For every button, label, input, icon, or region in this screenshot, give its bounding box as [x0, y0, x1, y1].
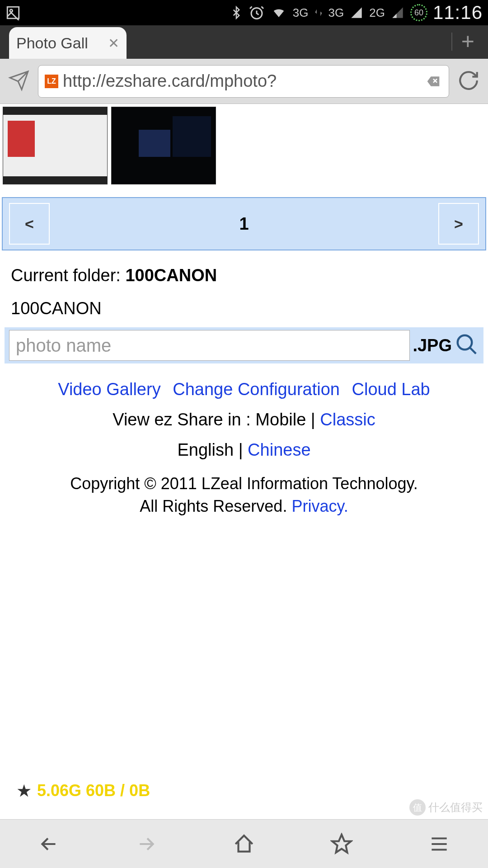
video-gallery-link[interactable]: Video Gallery: [58, 380, 160, 399]
pagination: < 1 >: [2, 197, 486, 250]
url-text: http://ezshare.card/mphoto?: [63, 71, 420, 91]
photo-thumbnail[interactable]: [111, 107, 216, 184]
browser-bottom-nav: [0, 819, 488, 868]
picture-icon: [5, 5, 21, 20]
privacy-link[interactable]: Privacy.: [291, 497, 348, 515]
prev-page-button[interactable]: <: [9, 203, 50, 245]
url-bar: LZ http://ezshare.card/mphoto?: [0, 59, 488, 104]
thumbnail-row: [0, 104, 488, 187]
status-bar: 3G 3G 2G 60 11:16: [0, 0, 488, 25]
back-button[interactable]: [35, 830, 62, 858]
file-extension-label: .JPG: [413, 336, 452, 355]
network-1-label: 3G: [293, 6, 309, 20]
photo-name-input[interactable]: photo name: [9, 330, 410, 361]
reload-icon[interactable]: [457, 69, 480, 94]
lang-english: English: [177, 440, 234, 459]
url-input[interactable]: LZ http://ezshare.card/mphoto?: [38, 65, 449, 98]
data-usage-text: 5.06G 60B / 0B: [37, 781, 150, 800]
data-usage-stat: ★ 5.06G 60B / 0B: [17, 781, 150, 800]
watermark-text: 什么值得买: [428, 800, 483, 815]
folder-label: Current folder:: [11, 266, 125, 285]
favicon-icon: LZ: [45, 75, 58, 88]
search-row: photo name .JPG: [5, 327, 483, 363]
folder-name: 100CANON: [125, 266, 217, 285]
lang-chinese-link[interactable]: Chinese: [248, 440, 310, 459]
tab-photo-gallery[interactable]: Photo Gall ✕: [9, 27, 127, 59]
battery-indicator: 60: [410, 4, 427, 21]
new-tab-button[interactable]: +: [461, 28, 474, 54]
current-folder-line: Current folder: 100CANON: [0, 260, 488, 291]
network-2-label: 3G: [328, 6, 344, 20]
signal-1-icon: [349, 6, 364, 19]
photo-thumbnail[interactable]: [3, 107, 108, 184]
signal-2-icon: [390, 6, 405, 19]
clock: 11:16: [433, 2, 483, 24]
cloud-lab-link[interactable]: Cloud Lab: [352, 380, 430, 399]
copyright: Copyright © 2011 LZeal Information Techn…: [0, 464, 488, 526]
folder-link[interactable]: 100CANON: [0, 291, 488, 327]
send-icon[interactable]: [8, 70, 30, 93]
watermark-icon: 值: [409, 799, 426, 816]
star-icon: ★: [17, 782, 31, 800]
bookmark-button[interactable]: [328, 830, 355, 858]
tab-separator: [451, 33, 452, 51]
view-mode-row: View ez Share in : Mobile | Classic: [0, 404, 488, 436]
svg-point-1: [10, 9, 13, 12]
svg-point-3: [458, 335, 472, 350]
menu-button[interactable]: [426, 830, 453, 858]
change-config-link[interactable]: Change Configuration: [173, 380, 340, 399]
browser-tabs: Photo Gall ✕ +: [0, 25, 488, 59]
next-page-button[interactable]: >: [438, 203, 479, 245]
page-content: < 1 > Current folder: 100CANON 100CANON …: [0, 104, 488, 526]
close-icon[interactable]: ✕: [108, 35, 119, 51]
network-3-label: 2G: [369, 6, 385, 20]
data-sync-icon: [314, 6, 323, 19]
wifi-icon: [270, 6, 287, 19]
watermark: 值 什么值得买: [409, 799, 483, 816]
alarm-icon: [249, 5, 265, 21]
bluetooth-icon: [230, 5, 243, 21]
clear-url-icon[interactable]: [424, 74, 442, 89]
classic-view-link[interactable]: Classic: [320, 410, 375, 429]
search-icon[interactable]: [455, 332, 479, 359]
language-row: English | Chinese: [0, 436, 488, 464]
page-number: 1: [50, 214, 438, 234]
forward-button[interactable]: [133, 830, 160, 858]
nav-links: Video Gallery Change Configuration Cloud…: [0, 363, 488, 404]
tab-title: Photo Gall: [16, 34, 104, 52]
home-button[interactable]: [230, 830, 258, 858]
svg-rect-0: [7, 7, 19, 19]
view-prefix: View ez Share in : Mobile |: [113, 410, 320, 429]
